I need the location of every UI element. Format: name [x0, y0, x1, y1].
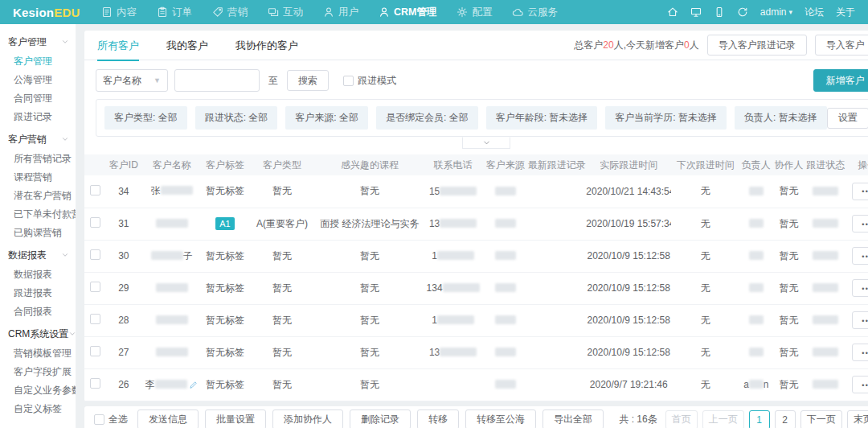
sidebar-item-purchased-course-marketing[interactable]: 已购课营销 — [0, 224, 76, 242]
pagination-next[interactable]: 下一页 — [800, 410, 842, 428]
sidebar-item-contract-mgmt[interactable]: 合同管理 — [0, 89, 76, 108]
select-all-checkbox[interactable] — [94, 414, 104, 425]
filter-chip-education[interactable]: 客户当前学历: 暂未选择 — [605, 106, 727, 130]
row-checkbox[interactable] — [90, 217, 100, 228]
sidebar-item-potential-customer-marketing[interactable]: 潜在客户营销 — [0, 187, 76, 205]
sidebar-item-customer-mgmt[interactable]: 客户管理 — [0, 52, 76, 71]
import-follow-records-button[interactable]: 导入客户跟进记录 — [707, 35, 807, 56]
filter-chip-customer-source[interactable]: 客户来源: 全部 — [285, 106, 368, 130]
search-button[interactable]: 搜索 — [287, 70, 329, 91]
sidebar-item-custom-business-params[interactable]: 自定义业务参数 — [0, 381, 76, 400]
mobile-icon-button[interactable] — [714, 6, 725, 18]
sidebar-item-all-marketing-records[interactable]: 所有营销记录 — [0, 150, 76, 168]
refresh-icon-button[interactable] — [737, 6, 748, 18]
mobile-icon — [714, 6, 725, 18]
tab-all-customers[interactable]: 所有客户 — [97, 31, 139, 60]
filter-chip-age-range[interactable]: 客户年龄段: 暂未选择 — [486, 106, 598, 130]
cell-phone: 1 — [423, 304, 483, 336]
filter-box: 客户类型: 全部跟进状态: 全部客户来源: 全部是否绑定会员: 全部客户年龄段:… — [96, 99, 868, 137]
sidebar-item-customer-field-extension[interactable]: 客户字段扩展 — [0, 363, 76, 381]
cell-owner — [740, 175, 773, 208]
cell-tag: 暂无标签 — [202, 336, 248, 368]
export-all-button[interactable]: 导出全部 — [542, 409, 604, 428]
follow-mode-checkbox[interactable] — [343, 76, 354, 86]
filter-settings-button[interactable]: 设置 — [827, 108, 868, 129]
import-customers-button[interactable]: 导入客户 — [815, 35, 868, 56]
tab-assisted-customers[interactable]: 我协作的客户 — [235, 31, 298, 60]
edit-name-button[interactable] — [189, 380, 199, 392]
filter-chip-customer-type[interactable]: 客户类型: 全部 — [104, 106, 187, 130]
filter-chip-member-bound[interactable]: 是否绑定会员: 全部 — [376, 106, 478, 130]
sidebar-item-contract-reports[interactable]: 合同报表 — [0, 302, 76, 321]
add-customer-button[interactable]: 新增客户 — [813, 69, 868, 92]
app-logo[interactable]: KesionEDU — [13, 6, 90, 19]
nav-item-content[interactable]: 内容 — [101, 6, 137, 19]
search-keyword-input[interactable] — [174, 69, 260, 92]
nav-item-cloud[interactable]: 云服务 — [512, 6, 558, 19]
filter-collapse-button[interactable] — [462, 137, 510, 149]
select-all-toggle[interactable]: 全选 — [94, 413, 128, 426]
ellipsis-icon: ••• — [862, 349, 868, 357]
row-actions-button[interactable]: ••• — [852, 183, 868, 200]
nav-item-orders[interactable]: 订单 — [157, 6, 192, 19]
user-menu[interactable]: admin▾ — [760, 6, 792, 18]
cell-tag: 暂无标签 — [202, 304, 248, 336]
sidebar-group-crm-settings[interactable]: CRM系统设置 — [0, 323, 76, 344]
customer-field-select[interactable]: 客户名称 ▼ — [96, 69, 168, 92]
monitor-icon-button[interactable] — [690, 6, 702, 18]
pagination-page-1[interactable]: 1 — [749, 410, 770, 428]
nav-item-marketing[interactable]: 营销 — [212, 6, 248, 19]
sidebar-item-public-pool[interactable]: 公海管理 — [0, 71, 76, 89]
nav-link-about[interactable]: 关于 — [836, 6, 855, 19]
cell-collaborator: 暂无 — [772, 208, 805, 240]
row-checkbox[interactable] — [90, 249, 100, 260]
sidebar-item-unpaid-order-marketing[interactable]: 已下单未付款营销 — [0, 205, 76, 224]
sidebar-group-customer-mgmt[interactable]: 客户管理 — [0, 31, 76, 52]
cell-follow-status — [805, 240, 846, 272]
sidebar-item-data-reports[interactable]: 数据报表 — [0, 265, 76, 284]
transfer-to-pool-button[interactable]: 转移至公海 — [465, 409, 536, 428]
filter-chip-follow-status[interactable]: 跟进状态: 全部 — [195, 106, 278, 130]
add-collaborator-button[interactable]: 添加协作人 — [272, 409, 343, 428]
row-actions-button[interactable]: ••• — [852, 279, 868, 297]
sidebar-item-follow-reports[interactable]: 跟进报表 — [0, 284, 76, 302]
row-actions-button[interactable]: ••• — [852, 311, 868, 329]
sidebar-group-data-reports[interactable]: 数据报表 — [0, 245, 76, 265]
pagination-first[interactable]: 首页 — [665, 410, 698, 428]
pagination-prev[interactable]: 上一页 — [702, 410, 744, 428]
row-checkbox[interactable] — [90, 185, 100, 195]
nav-item-config[interactable]: 配置 — [457, 6, 492, 19]
pagination-page-2[interactable]: 2 — [775, 410, 796, 428]
home-icon-button[interactable] — [667, 6, 678, 18]
row-checkbox[interactable] — [90, 314, 100, 324]
nav-item-interaction[interactable]: 互动 — [268, 6, 303, 19]
row-actions-button[interactable]: ••• — [852, 247, 868, 265]
cell-checkbox — [84, 208, 105, 240]
row-actions-button[interactable]: ••• — [852, 376, 868, 393]
nav-item-crm[interactable]: CRM管理 — [379, 6, 436, 19]
refresh-icon — [737, 6, 748, 18]
row-checkbox[interactable] — [90, 378, 100, 389]
transfer-button[interactable]: 转移 — [417, 409, 459, 428]
filter-chip-owner[interactable]: 负责人: 暂未选择 — [735, 106, 827, 130]
pagination-last[interactable]: 末页 — [847, 410, 868, 428]
follow-mode-toggle[interactable]: 跟进模式 — [343, 74, 396, 88]
send-message-button[interactable]: 发送信息 — [137, 409, 199, 428]
sidebar-item-course-marketing[interactable]: 课程营销 — [0, 168, 76, 187]
row-actions-button[interactable]: ••• — [852, 344, 868, 361]
sidebar-item-marketing-template-mgmt[interactable]: 营销模板管理 — [0, 344, 76, 363]
sidebar-item-custom-tags[interactable]: 自定义标签 — [0, 400, 76, 418]
delete-records-button[interactable]: 删除记录 — [350, 409, 411, 428]
cell-next-follow-time: 无 — [671, 175, 739, 208]
row-checkbox[interactable] — [90, 282, 100, 292]
nav-link-forum[interactable]: 论坛 — [805, 6, 824, 19]
nav-item-users[interactable]: 用户 — [323, 6, 358, 19]
main-area: 所有客户我的客户我协作的客户 总客户20人,今天新增客户0人 导入客户跟进记录导… — [76, 24, 868, 428]
sidebar-group-customer-marketing[interactable]: 客户营销 — [0, 129, 76, 150]
sidebar-item-follow-records[interactable]: 跟进记录 — [0, 108, 76, 126]
redacted-text — [813, 348, 838, 356]
row-actions-button[interactable]: ••• — [852, 215, 868, 233]
row-checkbox[interactable] — [90, 346, 100, 356]
batch-set-button[interactable]: 批量设置 — [205, 409, 266, 428]
tab-my-customers[interactable]: 我的客户 — [166, 31, 208, 60]
